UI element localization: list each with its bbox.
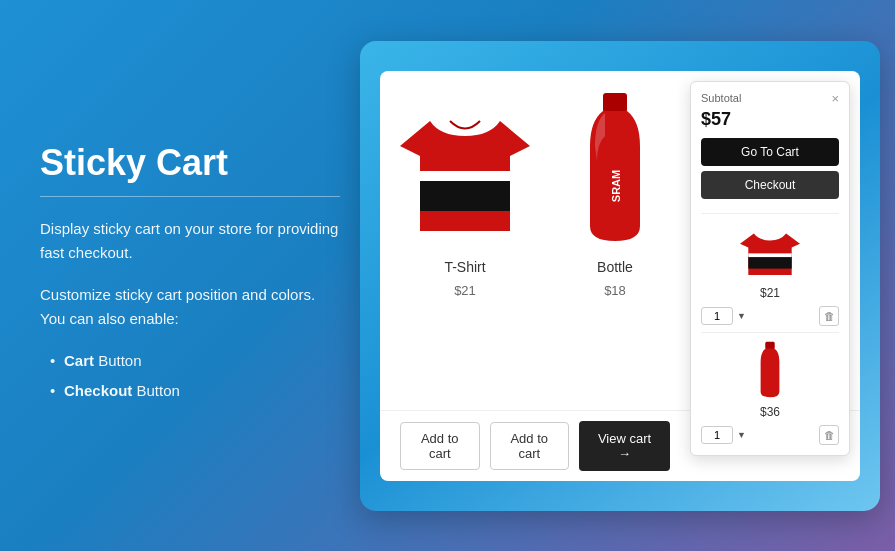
cart-item-bottle: $36 ▼ 🗑 bbox=[701, 332, 839, 445]
cart-item-tshirt-img bbox=[701, 222, 839, 282]
bottle-name: Bottle bbox=[597, 259, 633, 275]
svg-rect-1 bbox=[420, 171, 510, 181]
cart-item-bottle-price: $36 bbox=[701, 405, 839, 419]
checkout-bold: Checkout bbox=[64, 382, 132, 399]
divider bbox=[40, 196, 340, 197]
page-title: Sticky Cart bbox=[40, 142, 340, 184]
tshirt-qty-input[interactable] bbox=[701, 307, 733, 325]
svg-rect-2 bbox=[603, 93, 627, 111]
add-to-cart-bottle[interactable]: Add to cart bbox=[490, 422, 570, 470]
description-2: Customize sticky cart position and color… bbox=[40, 283, 340, 331]
right-panel: T-Shirt $21 SRAM Bo bbox=[360, 41, 880, 511]
product-card-bottle: SRAM Bottle $18 bbox=[550, 91, 680, 298]
cart-item-tshirt-controls: ▼ 🗑 bbox=[701, 306, 839, 326]
tshirt-svg bbox=[400, 91, 530, 251]
go-to-cart-button[interactable]: Go To Cart bbox=[701, 138, 839, 166]
add-to-cart-tshirt[interactable]: Add to cart bbox=[400, 422, 480, 470]
bottle-qty-input[interactable] bbox=[701, 426, 733, 444]
sticky-cart-panel: Subtotal × $57 Go To Cart Checkout $21 bbox=[690, 81, 850, 456]
bottle-image: SRAM bbox=[550, 91, 680, 251]
cart-bold: Cart bbox=[64, 352, 94, 369]
tshirt-image bbox=[400, 91, 530, 251]
sticky-cart-header: Subtotal × bbox=[701, 92, 839, 105]
delete-tshirt-button[interactable]: 🗑 bbox=[819, 306, 839, 326]
checkout-button[interactable]: Checkout bbox=[701, 171, 839, 199]
cart-item-tshirt-price: $21 bbox=[701, 286, 839, 300]
bottle-svg: SRAM bbox=[575, 91, 655, 251]
tshirt-name: T-Shirt bbox=[444, 259, 485, 275]
checkout-rest: Button bbox=[137, 382, 180, 399]
sticky-cart-price: $57 bbox=[701, 109, 839, 130]
product-card-tshirt: T-Shirt $21 bbox=[400, 91, 530, 298]
svg-rect-6 bbox=[766, 341, 775, 348]
qty-arrow-icon-2: ▼ bbox=[737, 430, 746, 440]
cart-bottle-svg bbox=[755, 341, 785, 401]
svg-text:SRAM: SRAM bbox=[610, 169, 622, 201]
svg-rect-5 bbox=[748, 253, 791, 257]
feature-list: Cart Button Checkout Button bbox=[40, 349, 340, 403]
mockup-area: T-Shirt $21 SRAM Bo bbox=[380, 71, 860, 481]
qty-arrow-icon: ▼ bbox=[737, 311, 746, 321]
delete-bottle-button[interactable]: 🗑 bbox=[819, 425, 839, 445]
cart-rest: Button bbox=[98, 352, 141, 369]
cart-tshirt-svg bbox=[740, 222, 800, 282]
description-1: Display sticky cart on your store for pr… bbox=[40, 217, 340, 265]
subtotal-label: Subtotal bbox=[701, 92, 741, 104]
view-cart-button[interactable]: View cart → bbox=[579, 421, 670, 471]
tshirt-price: $21 bbox=[454, 283, 476, 298]
cart-item-bottle-controls: ▼ 🗑 bbox=[701, 425, 839, 445]
left-panel: Sticky Cart Display sticky cart on your … bbox=[40, 142, 360, 409]
close-icon[interactable]: × bbox=[831, 92, 839, 105]
svg-rect-4 bbox=[748, 255, 791, 268]
list-item-checkout: Checkout Button bbox=[50, 379, 340, 403]
list-item-cart: Cart Button bbox=[50, 349, 340, 373]
cart-item-bottle-img bbox=[701, 341, 839, 401]
cart-item-tshirt: $21 ▼ 🗑 bbox=[701, 213, 839, 326]
svg-rect-0 bbox=[420, 176, 510, 211]
bottle-price: $18 bbox=[604, 283, 626, 298]
